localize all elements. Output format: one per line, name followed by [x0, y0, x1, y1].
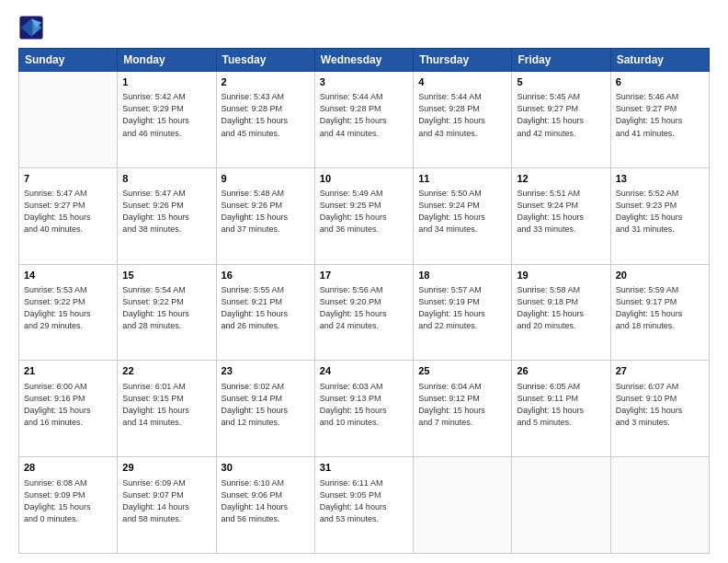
day-info: Sunrise: 5:55 AM Sunset: 9:21 PM Dayligh… [222, 284, 310, 332]
day-info: Sunrise: 6:02 AM Sunset: 9:14 PM Dayligh… [222, 381, 310, 429]
logo-icon [18, 15, 44, 40]
day-info: Sunrise: 5:49 AM Sunset: 9:25 PM Dayligh… [320, 188, 408, 236]
calendar-cell: 10Sunrise: 5:49 AM Sunset: 9:25 PM Dayli… [314, 167, 413, 264]
day-number: 19 [517, 269, 605, 282]
calendar-cell: 22Sunrise: 6:01 AM Sunset: 9:15 PM Dayli… [118, 361, 216, 457]
week-row-1: 1Sunrise: 5:42 AM Sunset: 9:29 PM Daylig… [19, 72, 710, 168]
calendar-cell: 7Sunrise: 5:47 AM Sunset: 9:27 PM Daylig… [19, 167, 118, 264]
calendar-cell: 31Sunrise: 6:11 AM Sunset: 9:05 PM Dayli… [314, 457, 413, 554]
calendar-cell: 6Sunrise: 5:46 AM Sunset: 9:27 PM Daylig… [610, 72, 709, 168]
day-number: 5 [517, 75, 605, 89]
day-header-friday: Friday [512, 49, 610, 72]
calendar-cell: 17Sunrise: 5:56 AM Sunset: 9:20 PM Dayli… [314, 264, 413, 361]
day-info: Sunrise: 6:09 AM Sunset: 9:07 PM Dayligh… [122, 477, 210, 525]
calendar-cell [414, 457, 512, 554]
day-number: 4 [418, 75, 506, 89]
day-info: Sunrise: 5:54 AM Sunset: 9:22 PM Dayligh… [122, 284, 210, 332]
calendar-cell: 28Sunrise: 6:08 AM Sunset: 9:09 PM Dayli… [19, 457, 118, 554]
calendar-cell: 20Sunrise: 5:59 AM Sunset: 9:17 PM Dayli… [610, 264, 709, 361]
day-info: Sunrise: 5:47 AM Sunset: 9:26 PM Dayligh… [122, 188, 210, 236]
day-info: Sunrise: 5:53 AM Sunset: 9:22 PM Dayligh… [24, 284, 112, 332]
calendar-cell: 2Sunrise: 5:43 AM Sunset: 9:28 PM Daylig… [216, 72, 314, 168]
day-info: Sunrise: 5:51 AM Sunset: 9:24 PM Dayligh… [517, 188, 605, 236]
calendar-cell: 24Sunrise: 6:03 AM Sunset: 9:13 PM Dayli… [314, 361, 413, 457]
calendar-cell: 8Sunrise: 5:47 AM Sunset: 9:26 PM Daylig… [118, 167, 216, 264]
day-number: 10 [320, 172, 408, 186]
week-row-3: 14Sunrise: 5:53 AM Sunset: 9:22 PM Dayli… [19, 264, 710, 361]
day-number: 14 [24, 269, 112, 282]
calendar-cell [19, 72, 118, 168]
calendar-cell: 4Sunrise: 5:44 AM Sunset: 9:28 PM Daylig… [414, 72, 512, 168]
day-number: 20 [616, 269, 704, 282]
day-info: Sunrise: 5:47 AM Sunset: 9:27 PM Dayligh… [24, 188, 112, 236]
calendar-cell: 19Sunrise: 5:58 AM Sunset: 9:18 PM Dayli… [512, 264, 610, 361]
day-info: Sunrise: 5:43 AM Sunset: 9:28 PM Dayligh… [222, 91, 310, 139]
day-info: Sunrise: 6:04 AM Sunset: 9:12 PM Dayligh… [418, 381, 506, 429]
day-info: Sunrise: 6:05 AM Sunset: 9:11 PM Dayligh… [517, 381, 605, 429]
day-info: Sunrise: 5:50 AM Sunset: 9:24 PM Dayligh… [418, 188, 506, 236]
day-info: Sunrise: 5:48 AM Sunset: 9:26 PM Dayligh… [222, 188, 310, 236]
calendar-cell: 21Sunrise: 6:00 AM Sunset: 9:16 PM Dayli… [19, 361, 118, 457]
day-info: Sunrise: 6:11 AM Sunset: 9:05 PM Dayligh… [320, 477, 408, 525]
day-info: Sunrise: 6:00 AM Sunset: 9:16 PM Dayligh… [24, 381, 112, 429]
calendar-cell: 23Sunrise: 6:02 AM Sunset: 9:14 PM Dayli… [216, 361, 314, 457]
calendar-cell: 15Sunrise: 5:54 AM Sunset: 9:22 PM Dayli… [118, 264, 216, 361]
day-number: 12 [517, 172, 605, 186]
calendar-cell: 13Sunrise: 5:52 AM Sunset: 9:23 PM Dayli… [610, 167, 709, 264]
day-info: Sunrise: 6:07 AM Sunset: 9:10 PM Dayligh… [616, 381, 704, 429]
day-number: 6 [616, 75, 704, 89]
day-number: 21 [24, 364, 112, 378]
day-info: Sunrise: 5:57 AM Sunset: 9:19 PM Dayligh… [418, 284, 506, 332]
week-row-4: 21Sunrise: 6:00 AM Sunset: 9:16 PM Dayli… [19, 361, 710, 457]
day-number: 31 [320, 461, 408, 475]
day-number: 27 [616, 364, 704, 378]
day-header-thursday: Thursday [414, 49, 512, 72]
day-number: 1 [122, 75, 210, 89]
day-number: 2 [222, 75, 310, 89]
calendar-cell: 3Sunrise: 5:44 AM Sunset: 9:28 PM Daylig… [314, 72, 413, 168]
day-number: 8 [122, 172, 210, 186]
logo [18, 15, 48, 40]
day-header-wednesday: Wednesday [314, 49, 413, 72]
calendar-cell: 16Sunrise: 5:55 AM Sunset: 9:21 PM Dayli… [216, 264, 314, 361]
day-info: Sunrise: 6:03 AM Sunset: 9:13 PM Dayligh… [320, 381, 408, 429]
day-number: 30 [222, 461, 310, 475]
week-row-5: 28Sunrise: 6:08 AM Sunset: 9:09 PM Dayli… [19, 457, 710, 554]
day-header-saturday: Saturday [610, 49, 709, 72]
day-header-tuesday: Tuesday [216, 49, 314, 72]
calendar-cell: 26Sunrise: 6:05 AM Sunset: 9:11 PM Dayli… [512, 361, 610, 457]
day-info: Sunrise: 6:01 AM Sunset: 9:15 PM Dayligh… [122, 381, 210, 429]
day-number: 22 [122, 364, 210, 378]
day-info: Sunrise: 5:44 AM Sunset: 9:28 PM Dayligh… [320, 91, 408, 139]
day-number: 26 [517, 364, 605, 378]
calendar-cell [512, 457, 610, 554]
calendar-cell: 18Sunrise: 5:57 AM Sunset: 9:19 PM Dayli… [414, 264, 512, 361]
day-info: Sunrise: 5:58 AM Sunset: 9:18 PM Dayligh… [517, 284, 605, 332]
day-number: 17 [320, 269, 408, 282]
day-number: 28 [24, 461, 112, 475]
calendar-cell: 9Sunrise: 5:48 AM Sunset: 9:26 PM Daylig… [216, 167, 314, 264]
day-number: 18 [418, 269, 506, 282]
day-number: 11 [418, 172, 506, 186]
day-info: Sunrise: 5:52 AM Sunset: 9:23 PM Dayligh… [616, 188, 704, 236]
calendar-header-row: SundayMondayTuesdayWednesdayThursdayFrid… [19, 49, 710, 72]
header [18, 15, 710, 40]
day-info: Sunrise: 6:10 AM Sunset: 9:06 PM Dayligh… [222, 477, 310, 525]
calendar-cell: 1Sunrise: 5:42 AM Sunset: 9:29 PM Daylig… [118, 72, 216, 168]
day-number: 9 [222, 172, 310, 186]
page: SundayMondayTuesdayWednesdayThursdayFrid… [0, 0, 728, 563]
day-info: Sunrise: 6:08 AM Sunset: 9:09 PM Dayligh… [24, 477, 112, 525]
day-header-monday: Monday [118, 49, 216, 72]
day-info: Sunrise: 5:45 AM Sunset: 9:27 PM Dayligh… [517, 91, 605, 139]
calendar-cell: 12Sunrise: 5:51 AM Sunset: 9:24 PM Dayli… [512, 167, 610, 264]
week-row-2: 7Sunrise: 5:47 AM Sunset: 9:27 PM Daylig… [19, 167, 710, 264]
calendar-cell [610, 457, 709, 554]
calendar-cell: 25Sunrise: 6:04 AM Sunset: 9:12 PM Dayli… [414, 361, 512, 457]
calendar-cell: 11Sunrise: 5:50 AM Sunset: 9:24 PM Dayli… [414, 167, 512, 264]
day-number: 7 [24, 172, 112, 186]
day-number: 23 [222, 364, 310, 378]
calendar-table: SundayMondayTuesdayWednesdayThursdayFrid… [18, 48, 710, 554]
calendar-cell: 30Sunrise: 6:10 AM Sunset: 9:06 PM Dayli… [216, 457, 314, 554]
day-number: 3 [320, 75, 408, 89]
calendar-cell: 14Sunrise: 5:53 AM Sunset: 9:22 PM Dayli… [19, 264, 118, 361]
